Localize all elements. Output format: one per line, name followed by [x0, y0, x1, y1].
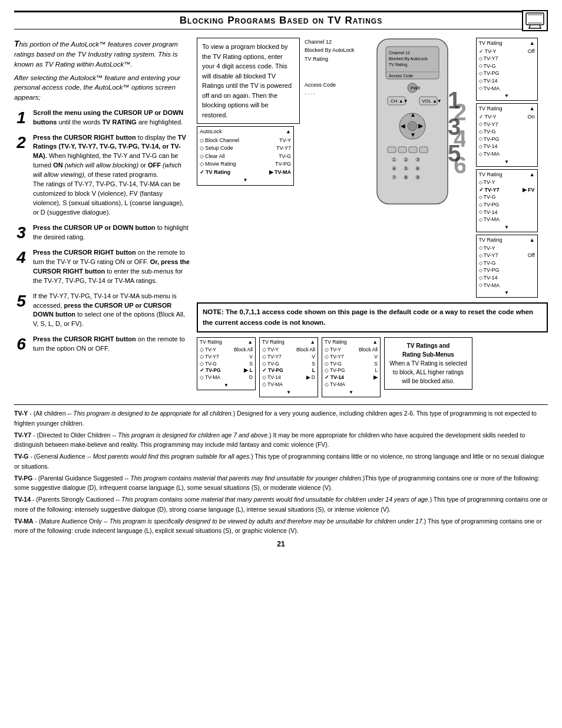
def-tv-ma: TV-MA - (Mature Audience Only -- This pr… — [14, 516, 548, 536]
tv-pg-2: ◇TV-PG — [479, 136, 535, 143]
autolock-item-tv-rating: ✓TV Rating▶ TV-MA — [200, 169, 291, 177]
autolock-down-arrow: ▼ — [200, 177, 291, 184]
svg-text:③: ③ — [415, 157, 420, 163]
tv-rating-label: TV Rating — [305, 55, 355, 63]
sub-menu-1: TV Rating▲ ◇TV-YBlock All ◇TV-Y7V ◇TV-GS… — [197, 337, 256, 391]
step-number-1: 1 — [14, 110, 28, 126]
tv-menu-3: TV Rating▲ ◇TV-Y ✓TV-Y7▶ FV ◇TV-G ◇TV-PG… — [476, 169, 538, 232]
tv-y-4: ◇TV-Y — [479, 245, 535, 252]
def-tv-y7: TV-Y7 - (Directed to Older Children -- T… — [14, 430, 548, 450]
step-5: 5 If the TV-Y7, TV-PG, TV-14 or TV-MA su… — [14, 292, 191, 330]
tv-14-2: ◇TV-14 — [479, 143, 535, 150]
sub-menu-2: TV Rating▲ ◇TV-YBlock All ◇TV-Y7V ◇TV-GS… — [259, 337, 318, 397]
step-2: 2 Press the CURSOR RIGHT button to displ… — [14, 133, 191, 218]
step-number-3: 3 — [14, 225, 28, 241]
step-2-text: Press the CURSOR RIGHT button to display… — [33, 133, 191, 218]
def-tv-14: TV-14 - (Parents Strongly Cautioned -- T… — [14, 495, 548, 514]
sub1-tv-y7: ◇TV-Y7V — [200, 354, 253, 361]
svg-text:②: ② — [404, 157, 408, 163]
tv-g-1: ◇TV-G — [479, 62, 535, 70]
tv-ma-4: ◇TV-MA — [479, 282, 535, 289]
page-number: 21 — [14, 540, 548, 548]
tv-ma-1: ◇TV-MA — [479, 85, 535, 93]
svg-text:6: 6 — [454, 152, 465, 178]
definitions-section: TV-Y - (All children -- This program is … — [14, 404, 548, 535]
access-and-autolock: To view a program blocked by the TV Rati… — [197, 38, 300, 188]
ratings-caption-desc: When a TV Rating is selected to block, A… — [389, 360, 467, 384]
tv-y-3: ◇TV-Y — [479, 179, 535, 186]
svg-text:①: ① — [392, 157, 396, 163]
access-dots: · · · · — [305, 90, 355, 98]
def-tv-y: TV-Y - (All children -- This program is … — [14, 409, 548, 428]
note-text: The 0,7,1,1 access code shown on this pa… — [203, 308, 533, 325]
note-label: NOTE: — [203, 308, 224, 315]
tv-g-4: ◇TV-G — [479, 259, 535, 267]
sub2-tv-14: ◇TV-14▶ D — [262, 374, 315, 381]
step-3-text: Press the CURSOR UP or DOWN button to hi… — [33, 223, 191, 242]
def-tv-pg: TV-PG - (Parental Guidance Suggested -- … — [14, 473, 548, 493]
right-column: To view a program blocked by the TV Rati… — [197, 38, 548, 397]
svg-text:⑦: ⑦ — [392, 174, 396, 180]
step-number-2: 2 — [14, 134, 28, 151]
svg-rect-26 — [398, 147, 406, 153]
tv-pg-1: ◇TV-PG — [479, 70, 535, 77]
remote-labels: Channel 12 Blocked By AutoLock TV Rating… — [305, 38, 355, 98]
autolock-menu: AutoLock ▲ ◇Block ChannelTV-Y ◇Setup Cod… — [197, 126, 294, 186]
sub1-tv-y: ◇TV-YBlock All — [200, 347, 253, 354]
tv-rating-menus-right: TV Rating▲ ✓TV-YOff ◇TV-Y7 ◇TV-G ◇TV-PG … — [476, 38, 538, 298]
svg-rect-27 — [409, 147, 417, 153]
tv-g-2: ◇TV-G — [479, 128, 535, 136]
sub3-tv-y: ◇TV-YBlock All — [325, 347, 378, 354]
main-content: This portion of the AutoLock™ features c… — [14, 38, 548, 397]
svg-text:▼: ▼ — [410, 131, 416, 138]
access-code-box: To view a program blocked by the TV Rati… — [197, 38, 300, 124]
tv-y7-off: ◇TV-Y7Off — [479, 252, 535, 259]
step-1-text: Scroll the menu using the CURSOR UP or D… — [33, 108, 191, 127]
intro-text-2: After selecting the Autolock™ feature an… — [14, 73, 191, 103]
ratings-caption: TV Ratings andRating Sub-Menus When a TV… — [384, 337, 472, 390]
tv-y-on: ✓TV-YOn — [479, 113, 535, 121]
tv-y7-2: ◇TV-Y7 — [479, 121, 535, 129]
intro-text-1: his portion of the AutoLock™ features co… — [14, 41, 178, 68]
step-4: 4 Press the CURSOR RIGHT button on the r… — [14, 248, 191, 286]
tv-g-3: ◇TV-G — [479, 193, 535, 201]
top-diagrams: To view a program blocked by the TV Rati… — [197, 38, 548, 298]
svg-text:⑨: ⑨ — [415, 174, 420, 180]
sub3-tv-y7: ◇TV-Y7V — [325, 354, 378, 361]
svg-text:◀: ◀ — [401, 123, 405, 129]
tv-y-off: ✓TV-YOff — [479, 48, 535, 55]
blocked-label: Blocked By AutoLock — [305, 46, 355, 54]
remote-labels-area: Channel 12 Blocked By AutoLock TV Rating… — [305, 38, 355, 98]
tv-ma-3: ◇TV-MA — [479, 216, 535, 223]
svg-text:Channel 12: Channel 12 — [389, 51, 410, 55]
ratings-caption-title: TV Ratings andRating Sub-Menus — [402, 342, 454, 358]
bottom-menus: TV Rating▲ ◇TV-YBlock All ◇TV-Y7V ◇TV-GS… — [197, 337, 548, 397]
tv-pg-3: ◇TV-PG — [479, 201, 535, 209]
svg-text:2: 2 — [454, 99, 465, 125]
tv-14-3: ◇TV-14 — [479, 209, 535, 216]
access-code-text: To view a program blocked by the TV Rati… — [202, 43, 292, 118]
sub3-tv-ma: ◇TV-MA — [325, 381, 378, 388]
autolock-menu-title-row: AutoLock ▲ — [200, 128, 291, 136]
svg-text:TV Rating: TV Rating — [389, 62, 407, 67]
page-header: Blocking Programs Based on TV Ratings — [14, 11, 548, 29]
sub2-tv-g: ◇TV-GS — [262, 361, 315, 368]
step-number-4: 4 — [14, 249, 28, 266]
svg-text:④: ④ — [392, 166, 396, 172]
tv-icon — [522, 10, 548, 31]
sub2-tv-ma: ◇TV-MA — [262, 381, 315, 388]
sub2-tv-pg: ✓TV-PGL — [262, 367, 315, 374]
left-column: This portion of the AutoLock™ features c… — [14, 38, 191, 397]
def-tv-g: TV-G - (General Audience -- Most parents… — [14, 452, 548, 471]
remote-area: Channel 12 Blocked By AutoLock TV Rating… — [305, 38, 471, 228]
step-6-text: Press the CURSOR RIGHT button on the rem… — [33, 335, 191, 354]
step-1: 1 Scroll the menu using the CURSOR UP or… — [14, 108, 191, 127]
tv-pg-4: ◇TV-PG — [479, 266, 535, 274]
tv-14-4: ◇TV-14 — [479, 274, 535, 282]
tv-menu-4: TV Rating▲ ◇TV-Y ◇TV-Y7Off ◇TV-G ◇TV-PG … — [476, 235, 538, 298]
sub3-tv-14: ✓TV-14▶ — [325, 374, 378, 381]
tv-menu-2: TV Rating▲ ✓TV-YOn ◇TV-Y7 ◇TV-G ◇TV-PG ◇… — [476, 103, 538, 166]
svg-text:VOL ▲▼: VOL ▲▼ — [422, 98, 442, 104]
note-box: NOTE: The 0,7,1,1 access code shown on t… — [197, 302, 548, 332]
svg-text:Blocked By AutoLock: Blocked By AutoLock — [389, 57, 428, 61]
